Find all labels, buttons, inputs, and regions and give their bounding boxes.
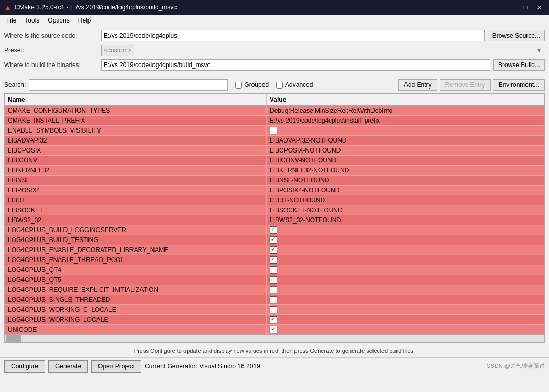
source-input[interactable] — [101, 30, 485, 41]
cell-name: LOG4CPLUS_SINGLE_THREADED — [5, 295, 267, 304]
menu-tools[interactable]: Tools — [20, 16, 43, 25]
table-row[interactable]: LIBSOCKETLIBSOCKET-NOTFOUND — [5, 205, 544, 215]
table-row[interactable]: LIBCPOSIXLIBCPOSIX-NOTFOUND — [5, 146, 544, 156]
preset-select[interactable]: <custom> — [101, 45, 134, 56]
cell-value — [267, 255, 544, 265]
value-checkbox[interactable] — [270, 286, 277, 293]
build-label: Where to build the binaries: — [4, 61, 101, 69]
table-row[interactable]: LOG4CPLUS_REQUIRE_EXPLICIT_INITIALIZATIO… — [5, 285, 544, 295]
value-checkbox[interactable] — [270, 256, 277, 264]
advanced-group: Advanced — [276, 81, 313, 89]
table-row[interactable]: LOG4CPLUS_WORKING_C_LOCALE — [5, 305, 544, 315]
search-label: Search: — [4, 81, 26, 89]
add-entry-button[interactable]: Add Entry — [398, 79, 437, 91]
cell-value: LIBICONV-NOTFOUND — [267, 156, 544, 165]
cell-value: E:\vs 2019\code\log4cplus\install_prefix — [267, 116, 544, 125]
cell-value — [267, 285, 544, 295]
grouped-checkbox[interactable] — [235, 82, 242, 89]
table-row[interactable]: LIBWS2_32LIBWS2_32-NOTFOUND — [5, 215, 544, 225]
cell-name: CMAKE_INSTALL_PREFIX — [5, 116, 267, 125]
table-row[interactable]: ENABLE_SYMBOLS_VISIBILITY — [5, 126, 544, 136]
table-row[interactable]: LIBKERNEL32LIBKERNEL32-NOTFOUND — [5, 166, 544, 176]
cell-name: LIBSOCKET — [5, 205, 267, 215]
value-checkbox[interactable] — [270, 326, 277, 333]
table-row[interactable]: LIBPOSIX4LIBPOSIX4-NOTFOUND — [5, 186, 544, 195]
table-row[interactable]: LIBNSLLIBNSL-NOTFOUND — [5, 176, 544, 186]
value-checkbox[interactable] — [270, 296, 277, 303]
source-row: Where is the source code: Browse Source.… — [4, 29, 545, 42]
close-button[interactable]: ✕ — [533, 3, 545, 12]
cell-value: LIBKERNEL32-NOTFOUND — [267, 166, 544, 175]
maximize-button[interactable]: □ — [520, 3, 531, 12]
cell-name: LOG4CPLUS_QT4 — [5, 265, 267, 275]
cell-name: LIBWS2_32 — [5, 215, 267, 225]
cell-value: LIBCPOSIX-NOTFOUND — [267, 146, 544, 155]
table-row[interactable]: LIBRTLIBRT-NOTFOUND — [5, 195, 544, 205]
cell-name: LOG4CPLUS_REQUIRE_EXPLICIT_INITIALIZATIO… — [5, 285, 267, 295]
title-bar: ▲ CMake 3.25.0-rc1 - E:/vs 2019/code/log… — [0, 0, 549, 15]
value-checkbox[interactable] — [270, 127, 277, 134]
environment-button[interactable]: Environment... — [493, 79, 545, 91]
menu-file[interactable]: File — [2, 16, 20, 25]
table-row[interactable]: LOG4CPLUS_WORKING_LOCALE — [5, 315, 544, 325]
source-label: Where is the source code: — [4, 32, 101, 39]
scrollbar-thumb[interactable] — [6, 335, 21, 342]
table-row[interactable]: LOG4CPLUS_SINGLE_THREADED — [5, 295, 544, 305]
value-checkbox[interactable] — [270, 246, 277, 254]
value-checkbox[interactable] — [270, 306, 277, 313]
cell-value: Debug;Release;MinSizeRel;RelWithDebInfo — [267, 106, 544, 115]
generator-label: Current Generator: Visual Studio 16 2019 — [145, 363, 260, 370]
table-row[interactable]: LOG4CPLUS_ENABLE_DECORATED_LIBRARY_NAME — [5, 245, 544, 255]
cell-value: LIBSOCKET-NOTFOUND — [267, 205, 544, 215]
build-input[interactable] — [101, 59, 490, 71]
title-bar-title: CMake 3.25.0-rc1 - E:/vs 2019/code/log4c… — [15, 4, 177, 11]
table-container[interactable]: Name Value CMAKE_CONFIGURATION_TYPESDebu… — [4, 93, 545, 334]
table-row[interactable]: UNICODE — [5, 325, 544, 334]
status-message: Press Configure to update and display ne… — [134, 347, 415, 354]
configure-button[interactable]: Configure — [4, 360, 45, 373]
browse-source-button[interactable]: Browse Source... — [488, 30, 545, 41]
table-row[interactable]: LOG4CPLUS_QT4 — [5, 265, 544, 275]
generate-button[interactable]: Generate — [48, 360, 88, 373]
value-checkbox[interactable] — [270, 276, 277, 284]
cell-value — [267, 295, 544, 304]
cell-name: LOG4CPLUS_ENABLE_DECORATED_LIBRARY_NAME — [5, 245, 267, 255]
cell-name: LOG4CPLUS_BUILD_TESTING — [5, 235, 267, 245]
table-wrapper: Name Value CMAKE_CONFIGURATION_TYPESDebu… — [0, 93, 549, 334]
open-project-button[interactable]: Open Project — [91, 360, 141, 373]
minimize-button[interactable]: — — [506, 3, 518, 12]
browse-build-button[interactable]: Browse Build... — [493, 59, 545, 71]
cell-name: LOG4CPLUS_WORKING_C_LOCALE — [5, 305, 267, 314]
cell-value — [267, 245, 544, 255]
cell-value: LIBRT-NOTFOUND — [267, 195, 544, 205]
table-row[interactable]: CMAKE_CONFIGURATION_TYPESDebug;Release;M… — [5, 106, 544, 116]
remove-entry-button[interactable]: Remove Entry — [440, 79, 491, 91]
value-checkbox[interactable] — [270, 236, 277, 244]
value-checkbox[interactable] — [270, 316, 277, 323]
advanced-checkbox[interactable] — [276, 82, 283, 89]
cell-name: LOG4CPLUS_QT5 — [5, 275, 267, 285]
table-row[interactable]: LOG4CPLUS_ENABLE_THREAD_POOL — [5, 255, 544, 265]
menu-help[interactable]: Help — [74, 16, 95, 25]
table-row[interactable]: LOG4CPLUS_BUILD_TESTING — [5, 235, 544, 245]
cell-value: LIBPOSIX4-NOTFOUND — [267, 186, 544, 195]
col-value-header: Value — [267, 94, 544, 105]
search-input[interactable] — [29, 79, 228, 91]
horizontal-scrollbar[interactable] — [4, 334, 545, 343]
grouped-label: Grouped — [244, 81, 269, 89]
value-checkbox[interactable] — [270, 266, 277, 274]
table-row[interactable]: LIBADVAPI32LIBADVAPI32-NOTFOUND — [5, 136, 544, 146]
cell-value — [267, 235, 544, 245]
cell-name: LIBPOSIX4 — [5, 186, 267, 195]
value-checkbox[interactable] — [270, 226, 277, 234]
table-row[interactable]: CMAKE_INSTALL_PREFIXE:\vs 2019\code\log4… — [5, 116, 544, 126]
menu-options[interactable]: Options — [43, 16, 73, 25]
cell-name: LOG4CPLUS_WORKING_LOCALE — [5, 315, 267, 324]
cell-name: CMAKE_CONFIGURATION_TYPES — [5, 106, 267, 115]
grouped-group: Grouped — [235, 81, 269, 89]
cell-value — [267, 126, 544, 135]
search-row: Search: Grouped Advanced Add Entry Remov… — [0, 77, 549, 93]
table-row[interactable]: LOG4CPLUS_BUILD_LOGGINGSERVER — [5, 225, 544, 235]
table-row[interactable]: LIBICONVLIBICONV-NOTFOUND — [5, 156, 544, 166]
table-row[interactable]: LOG4CPLUS_QT5 — [5, 275, 544, 285]
